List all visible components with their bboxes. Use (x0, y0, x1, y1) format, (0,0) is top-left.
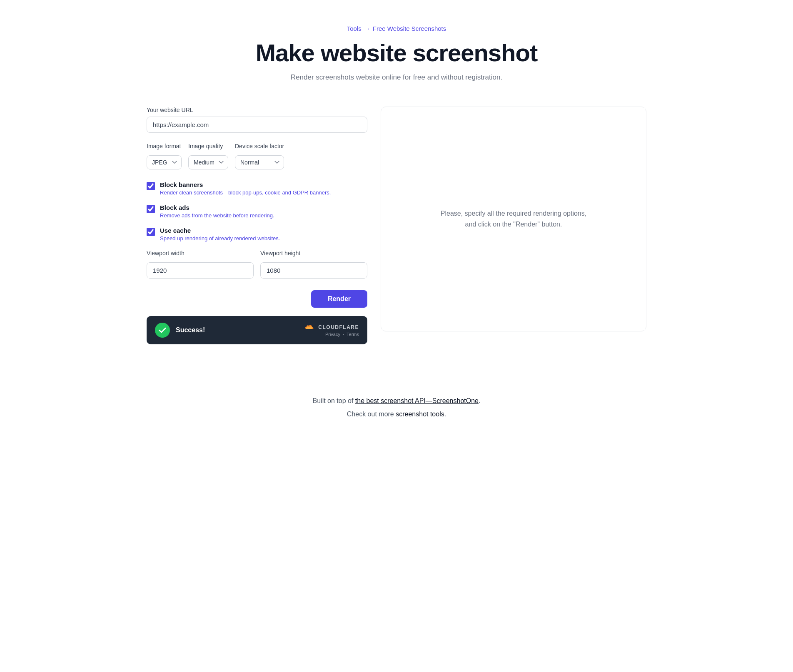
render-btn-row: Render (147, 290, 367, 308)
breadcrumb-tools[interactable]: Tools (347, 25, 362, 32)
viewport-height-label: Viewport height (260, 250, 367, 256)
page-subtitle: Render screenshots website online for fr… (8, 73, 785, 82)
use-cache-text: Use cache Speed up rendering of already … (160, 227, 280, 241)
block-banners-label: Block banners (160, 181, 331, 188)
block-ads-text: Block ads Remove ads from the website be… (160, 204, 274, 219)
footer: Built on top of the best screenshot API—… (8, 394, 785, 421)
block-banners-item: Block banners Render clean screenshots—b… (147, 181, 367, 196)
block-ads-item: Block ads Remove ads from the website be… (147, 204, 367, 219)
block-banners-desc: Render clean screenshots—block pop-ups, … (160, 189, 331, 196)
right-panel: Please, specify all the required renderi… (381, 107, 646, 331)
cloudflare-logo: CLOUDFLARE (304, 324, 359, 331)
use-cache-label: Use cache (160, 227, 280, 234)
header: Tools → Free Website Screenshots Make we… (8, 25, 785, 82)
page-title: Make website screenshot (8, 39, 785, 67)
left-panel: Your website URL Image format JPEG PNG W… (147, 107, 367, 344)
terms-link[interactable]: Terms (347, 332, 359, 337)
image-quality-group: Image quality Low Medium High (188, 143, 228, 169)
image-format-select[interactable]: JPEG PNG WebP (147, 155, 182, 169)
url-input[interactable] (147, 117, 367, 133)
url-label: Your website URL (147, 107, 367, 113)
breadcrumb-page[interactable]: Free Website Screenshots (373, 25, 446, 32)
cloudflare-cloud-icon (304, 324, 316, 331)
breadcrumb-arrow: → (364, 25, 370, 32)
viewport-height-group: Viewport height (260, 250, 367, 279)
success-left: Success! (155, 323, 205, 338)
viewport-width-group: Viewport width (147, 250, 254, 279)
success-check-icon (155, 323, 170, 338)
success-text: Success! (176, 326, 205, 334)
footer-line2: Check out more screenshot tools. (8, 408, 785, 421)
success-banner: Success! CLOUDFLARE Privacy · Te (147, 316, 367, 344)
footer-line2-prefix: Check out more (347, 411, 396, 418)
block-ads-checkbox[interactable] (147, 205, 155, 213)
device-scale-group: Device scale factor Normal 2x 3x (235, 143, 284, 169)
block-ads-desc: Remove ads from the website before rende… (160, 212, 274, 219)
use-cache-item: Use cache Speed up rendering of already … (147, 227, 367, 241)
checkbox-group: Block banners Render clean screenshots—b… (147, 181, 367, 241)
block-banners-checkbox[interactable] (147, 182, 155, 190)
viewport-width-label: Viewport width (147, 250, 254, 256)
cloudflare-section: CLOUDFLARE Privacy · Terms (304, 324, 359, 337)
viewport-width-input[interactable] (147, 262, 254, 279)
preview-placeholder: Please, specify all the required renderi… (439, 208, 589, 229)
viewport-row: Viewport width Viewport height (147, 250, 367, 279)
image-format-group: Image format JPEG PNG WebP (147, 143, 182, 169)
use-cache-checkbox[interactable] (147, 228, 155, 236)
device-scale-label: Device scale factor (235, 143, 284, 149)
footer-line2-suffix: . (444, 411, 446, 418)
device-scale-select[interactable]: Normal 2x 3x (235, 155, 284, 169)
cloudflare-name: CLOUDFLARE (318, 324, 359, 330)
options-row: Image format JPEG PNG WebP Image quality… (147, 143, 367, 169)
screenshot-tools-link[interactable]: screenshot tools (396, 411, 444, 418)
main-content: Your website URL Image format JPEG PNG W… (147, 107, 646, 344)
footer-line1-suffix: . (479, 397, 480, 404)
image-format-label: Image format (147, 143, 182, 149)
breadcrumb: Tools → Free Website Screenshots (347, 25, 446, 32)
cloudflare-dot: · (343, 332, 344, 337)
image-quality-label: Image quality (188, 143, 228, 149)
privacy-link[interactable]: Privacy (325, 332, 340, 337)
screenshot-api-link[interactable]: the best screenshot API—ScreenshotOne (355, 397, 479, 404)
use-cache-desc: Speed up rendering of already rendered w… (160, 235, 280, 241)
footer-line1: Built on top of the best screenshot API—… (8, 394, 785, 408)
footer-line1-prefix: Built on top of (313, 397, 355, 404)
url-field-group: Your website URL (147, 107, 367, 143)
viewport-height-input[interactable] (260, 262, 367, 279)
image-quality-select[interactable]: Low Medium High (188, 155, 228, 169)
cloudflare-links: Privacy · Terms (325, 332, 359, 337)
block-banners-text: Block banners Render clean screenshots—b… (160, 181, 331, 196)
block-ads-label: Block ads (160, 204, 274, 211)
render-button[interactable]: Render (311, 290, 367, 308)
page-wrapper: Tools → Free Website Screenshots Make we… (0, 0, 793, 454)
